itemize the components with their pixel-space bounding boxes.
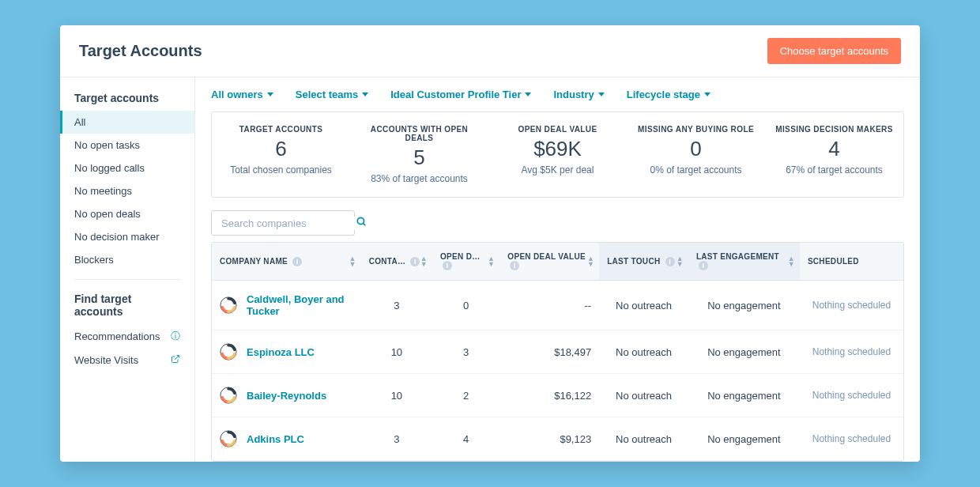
stat-accounts-open-deals: ACCOUNTS WITH OPEN DEALS 5 83% of target… bbox=[350, 112, 488, 197]
svg-line-2 bbox=[364, 224, 366, 226]
col-company-name[interactable]: COMPANY NAME i▲▼ bbox=[212, 243, 361, 281]
company-link[interactable]: Caldwell, Boyer and Tucker bbox=[247, 293, 353, 317]
stat-sub: Total chosen companies bbox=[218, 164, 344, 176]
cell-last-engagement: No engagement bbox=[688, 417, 800, 461]
cell-open-deals: 3 bbox=[432, 461, 499, 462]
company-logo-icon bbox=[220, 430, 237, 447]
col-open-deal-value[interactable]: OPEN DEAL VALUE i▲▼ bbox=[499, 243, 599, 281]
svg-point-1 bbox=[357, 217, 364, 224]
col-contacts[interactable]: CONTA… i▲▼ bbox=[361, 243, 432, 281]
company-logo-icon bbox=[220, 343, 237, 361]
sidebar-item-label: No open deals bbox=[74, 208, 141, 220]
sidebar-section-title-target-accounts: Target accounts bbox=[60, 87, 194, 111]
filter-label: Industry bbox=[553, 89, 594, 100]
cell-last-touch: No outreach bbox=[599, 461, 688, 462]
info-icon: i bbox=[665, 257, 675, 266]
cell-scheduled: Nothing scheduled bbox=[800, 330, 903, 374]
cell-company: Dean Group bbox=[212, 461, 361, 462]
stat-value: 4 bbox=[771, 137, 897, 161]
filter-bar: All owners Select teams Ideal Customer P… bbox=[195, 77, 920, 111]
sort-icon: ▲▼ bbox=[587, 256, 594, 267]
search-input[interactable] bbox=[220, 217, 356, 230]
filter-industry[interactable]: Industry bbox=[553, 89, 604, 100]
cell-scheduled: Nothing scheduled bbox=[800, 461, 903, 462]
table-row: Bailey-Reynolds102$16,122No outreachNo e… bbox=[212, 374, 903, 417]
sidebar-item-label: No logged calls bbox=[74, 162, 145, 174]
chevron-down-icon bbox=[362, 92, 368, 96]
company-link[interactable]: Espinoza LLC bbox=[247, 346, 315, 358]
cell-last-engagement: No engagement bbox=[688, 461, 800, 462]
sidebar-section-title-find-target-accounts: Find target accounts bbox=[60, 288, 194, 324]
col-label: LAST TOUCH bbox=[607, 257, 660, 266]
col-open-deals[interactable]: OPEN D… i▲▼ bbox=[432, 243, 499, 281]
table-row: Adkins PLC34$9,123No outreachNo engageme… bbox=[212, 417, 903, 461]
sidebar-item-recommendations[interactable]: Recommendations ⓘ bbox=[60, 324, 194, 349]
sidebar-item-no-logged-calls[interactable]: No logged calls bbox=[60, 157, 194, 179]
col-label: OPEN D… bbox=[440, 252, 480, 261]
choose-target-accounts-button[interactable]: Choose target accounts bbox=[767, 38, 901, 64]
sidebar-item-no-decision-maker[interactable]: No decision maker bbox=[60, 225, 194, 248]
stat-label: MISSING ANY BUYING ROLE bbox=[633, 125, 759, 134]
sidebar-item-blockers[interactable]: Blockers bbox=[60, 248, 194, 271]
company-logo-icon bbox=[220, 387, 237, 404]
cell-last-touch: No outreach bbox=[599, 417, 688, 461]
sidebar-item-label: No open tasks bbox=[74, 139, 140, 151]
page-title: Target Accounts bbox=[79, 42, 202, 60]
sidebar-item-label: Recommendations bbox=[74, 330, 160, 342]
col-label: CONTA… bbox=[369, 257, 406, 266]
cell-open-deal-value: $16,122 bbox=[499, 374, 599, 417]
company-link[interactable]: Adkins PLC bbox=[247, 433, 304, 445]
col-last-engagement[interactable]: LAST ENGAGEMENT i▲▼ bbox=[688, 243, 800, 281]
cell-last-touch: No outreach bbox=[599, 281, 688, 330]
filter-select-teams[interactable]: Select teams bbox=[296, 89, 369, 100]
search-companies[interactable] bbox=[211, 210, 355, 236]
stat-value: $69K bbox=[495, 137, 620, 161]
stat-sub: 67% of target accounts bbox=[771, 164, 897, 176]
filter-icp-tier[interactable]: Ideal Customer Profile Tier bbox=[390, 89, 531, 100]
cell-contacts: 10 bbox=[361, 330, 432, 374]
cell-last-touch: No outreach bbox=[599, 330, 688, 374]
company-link[interactable]: Bailey-Reynolds bbox=[247, 390, 326, 402]
sidebar-item-no-open-deals[interactable]: No open deals bbox=[60, 202, 194, 225]
info-icon: i bbox=[292, 257, 302, 266]
col-label: LAST ENGAGEMENT bbox=[696, 252, 779, 261]
company-logo-icon bbox=[220, 296, 237, 314]
stat-label: MISSING DECISION MAKERS bbox=[771, 125, 897, 134]
cell-last-engagement: No engagement bbox=[688, 281, 800, 330]
svg-line-0 bbox=[175, 356, 179, 361]
sidebar-item-no-meetings[interactable]: No meetings bbox=[60, 179, 194, 202]
sidebar-item-website-visits[interactable]: Website Visits bbox=[60, 349, 194, 372]
col-scheduled[interactable]: SCHEDULED bbox=[800, 243, 903, 281]
col-label: COMPANY NAME bbox=[220, 257, 288, 266]
sort-icon: ▲▼ bbox=[677, 256, 684, 267]
sidebar-item-label: Website Visits bbox=[74, 354, 138, 366]
col-last-touch[interactable]: LAST TOUCH i▲▼ bbox=[599, 243, 688, 281]
sidebar-item-all[interactable]: All bbox=[60, 111, 194, 134]
filter-all-owners[interactable]: All owners bbox=[211, 89, 273, 100]
cell-last-engagement: No engagement bbox=[688, 374, 800, 417]
info-icon: ⓘ bbox=[171, 330, 180, 343]
chevron-down-icon bbox=[704, 92, 710, 96]
cell-company: Adkins PLC bbox=[212, 417, 361, 461]
header: Target Accounts Choose target accounts bbox=[60, 25, 920, 77]
cell-open-deal-value: $9,123 bbox=[499, 417, 599, 461]
filter-label: Lifecycle stage bbox=[627, 89, 700, 100]
sidebar-item-no-open-tasks[interactable]: No open tasks bbox=[60, 134, 194, 157]
cell-contacts: 10 bbox=[361, 374, 432, 417]
sidebar: Target accounts All No open tasks No log… bbox=[60, 77, 195, 462]
cell-last-engagement: No engagement bbox=[688, 330, 800, 374]
stat-target-accounts: TARGET ACCOUNTS 6 Total chosen companies bbox=[212, 112, 350, 197]
cell-open-deals: 2 bbox=[432, 374, 499, 417]
cell-company: Espinoza LLC bbox=[212, 330, 361, 374]
cell-scheduled: Nothing scheduled bbox=[800, 281, 903, 330]
table-row: Espinoza LLC103$18,497No outreachNo enga… bbox=[212, 330, 903, 374]
chevron-down-icon bbox=[525, 92, 531, 96]
cell-scheduled: Nothing scheduled bbox=[800, 374, 903, 417]
cell-open-deals: 3 bbox=[432, 330, 499, 374]
sidebar-item-label: No meetings bbox=[74, 185, 132, 197]
filter-label: Ideal Customer Profile Tier bbox=[390, 89, 521, 100]
cell-open-deals: 0 bbox=[432, 281, 499, 330]
filter-lifecycle-stage[interactable]: Lifecycle stage bbox=[627, 89, 710, 100]
sort-icon: ▲▼ bbox=[488, 256, 495, 267]
col-label: SCHEDULED bbox=[808, 257, 859, 266]
